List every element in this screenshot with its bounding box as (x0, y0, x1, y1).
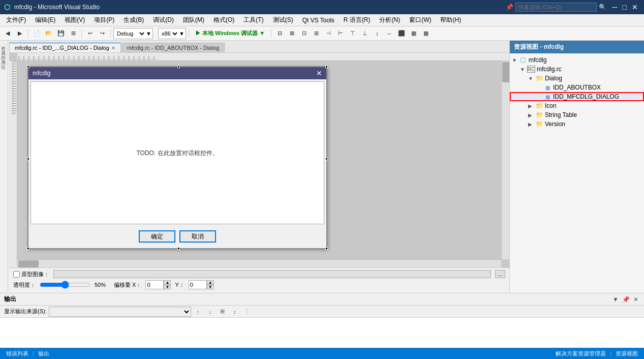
menu-analyze[interactable]: 分析(N) (375, 15, 404, 25)
offset-x-input[interactable] (145, 280, 164, 289)
sidebar-propsheet[interactable]: 属性表 (0, 54, 8, 59)
tree-root-mfcdlg[interactable]: ▼ ⬡ mfcdlg (510, 55, 644, 65)
tb-btn-9[interactable]: ↕ (372, 28, 383, 39)
menu-qt[interactable]: Qt VS Tools (298, 16, 339, 25)
tb-btn-8[interactable]: ⊥ (359, 28, 371, 39)
menu-window[interactable]: 窗口(W) (405, 15, 435, 25)
output-btn-4[interactable]: ↕ (230, 307, 240, 317)
scrollbar-thumb-v[interactable] (502, 62, 509, 82)
handle-top-left[interactable] (27, 66, 29, 68)
tree-icon-folder[interactable]: ▶ 📁 Icon (510, 101, 644, 110)
tb-btn-2[interactable]: ⊠ (286, 28, 297, 39)
platform-dropdown[interactable]: x86 x64 ▼ (158, 28, 186, 39)
menu-r[interactable]: R 语言(R) (340, 15, 375, 25)
menu-help[interactable]: 帮助(H) (436, 15, 465, 25)
menu-project[interactable]: 项目(P) (90, 15, 118, 25)
handle-top-center[interactable] (177, 66, 180, 68)
forward-btn[interactable]: ▶ (14, 28, 25, 39)
tab-close-icon[interactable]: ✕ (111, 45, 115, 51)
canvas-scrollbar-horizontal[interactable] (17, 259, 501, 267)
tb-btn-11[interactable]: ⬛ (396, 28, 407, 39)
offset-y-up[interactable]: ▲ (207, 280, 214, 285)
offset-x-up[interactable]: ▲ (164, 280, 171, 285)
output-pin-btn[interactable]: 📌 (622, 295, 630, 304)
tb-btn-1[interactable]: ⊟ (274, 28, 285, 39)
prototype-image-browse[interactable]: … (495, 270, 505, 278)
offset-x-down[interactable]: ▼ (164, 285, 171, 289)
tb-btn-7[interactable]: ⊤ (347, 28, 358, 39)
handle-mid-left[interactable] (27, 158, 29, 160)
tb-btn-6[interactable]: ⊢ (335, 28, 346, 39)
output-dropdown-btn[interactable]: ▼ (611, 295, 620, 304)
output-btn-1[interactable]: ↑ (193, 307, 203, 317)
close-btn[interactable]: ✕ (632, 3, 638, 11)
platform-select[interactable]: x86 x64 (160, 30, 179, 37)
menu-debug[interactable]: 调试(D) (149, 15, 178, 25)
tree-idd-aboutbox[interactable]: ▦ IDD_ABOUTBOX (510, 83, 644, 92)
tab-dialog-g[interactable]: mfcdlg.rc - IDD_...G_DIALOG - Dialog ✕ (9, 43, 121, 52)
prototype-image-check[interactable] (13, 271, 20, 278)
output-btn-2[interactable]: ↓ (205, 307, 216, 317)
handle-bot-right[interactable] (325, 247, 328, 250)
menu-edit[interactable]: 编辑(E) (31, 15, 59, 25)
sidebar-bitmap[interactable]: 位图 (0, 59, 8, 64)
menu-team[interactable]: 团队(M) (179, 15, 208, 25)
tree-version-folder[interactable]: ▶ 📁 Version (510, 119, 644, 129)
menu-format[interactable]: 格式(O) (209, 15, 238, 25)
status-resource-view[interactable]: 资源视图 (614, 350, 640, 357)
transparency-slider[interactable] (40, 281, 90, 289)
menu-tools[interactable]: 工具(T) (239, 15, 267, 25)
status-output[interactable]: 输出 (36, 350, 51, 357)
offset-y-input[interactable] (189, 280, 207, 289)
menu-file[interactable]: 文件(F) (2, 15, 30, 25)
status-error-list[interactable]: 错误列表 (4, 350, 30, 357)
tree-dialog-folder[interactable]: ▼ 📁 Dialog (510, 74, 644, 83)
sidebar-properties[interactable]: 属性 (0, 45, 8, 50)
dialog-close-icon[interactable]: ✕ (316, 69, 322, 77)
save-all-btn[interactable]: ⊞ (68, 28, 79, 39)
output-source-select[interactable] (49, 307, 191, 317)
prototype-image-checkbox[interactable]: 原型图像： (13, 271, 49, 278)
tb-btn-12[interactable]: ▦ (408, 28, 419, 39)
output-btn-3[interactable]: ⊞ (218, 307, 228, 317)
tree-mfcdlg-rc[interactable]: ▼ RC mfcdlg.rc (510, 65, 644, 74)
debug-config-select[interactable]: Debug Release (115, 30, 146, 37)
save-btn[interactable]: 💾 (55, 28, 67, 39)
handle-bot-left[interactable] (27, 247, 29, 250)
undo-btn[interactable]: ↩ (84, 28, 96, 39)
scrollbar-thumb-h[interactable] (18, 260, 39, 267)
menu-build[interactable]: 生成(B) (119, 15, 148, 25)
tb-btn-13[interactable]: ▦ (420, 28, 432, 39)
dialog-title-bar[interactable]: mfcdlg ✕ (28, 67, 326, 79)
tree-string-table-folder[interactable]: ▶ 📁 String Table (510, 110, 644, 119)
tree-idd-mfcdlg-dialog[interactable]: ▦ IDD_MFCDLG_DIALOG (510, 92, 644, 101)
tb-btn-4[interactable]: ⊞ (311, 28, 322, 39)
menu-test[interactable]: 测试(S) (269, 15, 297, 25)
handle-bot-center[interactable] (177, 247, 180, 250)
quick-launch-input[interactable] (515, 3, 597, 12)
handle-mid-right[interactable] (325, 158, 328, 160)
open-btn[interactable]: 📂 (43, 28, 54, 39)
maximize-btn[interactable]: □ (623, 3, 627, 11)
sidebar-resource-editor[interactable]: 资源编辑 (0, 41, 8, 45)
tb-btn-5[interactable]: ⊣ (323, 28, 334, 39)
run-btn[interactable]: ▶ 本地 Windows 调试器 ▼ (192, 28, 268, 39)
tab-aboutbox[interactable]: mfcdlg.rc - IDD_ABOUTBOX - Dialog (121, 43, 225, 52)
tb-btn-3[interactable]: ⊡ (298, 28, 310, 39)
output-btn-5[interactable]: ⋮ (242, 307, 252, 317)
back-btn[interactable]: ◀ (2, 28, 13, 39)
redo-btn[interactable]: ↪ (97, 28, 108, 39)
status-solution-explorer[interactable]: 解决方案资源管理器 (554, 350, 608, 357)
new-file-btn[interactable]: 📄 (31, 28, 42, 39)
sidebar-toolbox[interactable]: 控件工具 (0, 50, 8, 54)
tb-btn-10[interactable]: ↔ (384, 28, 395, 39)
minimize-btn[interactable]: ─ (612, 3, 618, 11)
debug-config-dropdown[interactable]: Debug Release ▼ (113, 28, 153, 39)
dialog-ok-btn[interactable]: 确定 (139, 230, 175, 243)
canvas-scrollbar-vertical[interactable] (501, 61, 509, 259)
menu-view[interactable]: 视图(V) (60, 15, 89, 25)
dialog-cancel-btn[interactable]: 取消 (179, 230, 216, 243)
output-close-btn[interactable]: ✕ (632, 295, 640, 304)
handle-top-right[interactable] (325, 66, 328, 68)
offset-y-down[interactable]: ▼ (207, 285, 214, 289)
